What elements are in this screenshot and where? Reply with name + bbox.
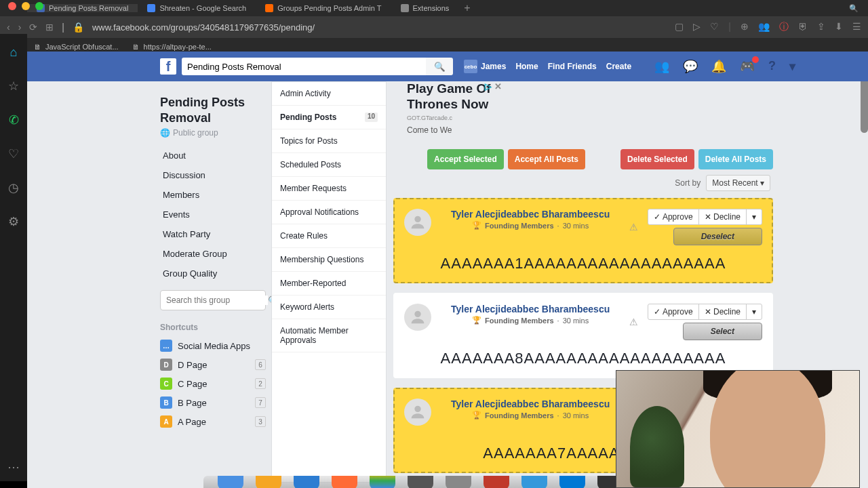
messenger-icon[interactable]: 💬: [683, 59, 698, 74]
ext-icon-3[interactable]: ⓘ: [779, 21, 789, 33]
menu-icon[interactable]: ☰: [852, 21, 861, 33]
new-tab-button[interactable]: +: [464, 2, 470, 14]
avatar[interactable]: [404, 304, 431, 331]
share-icon[interactable]: ⇪: [817, 21, 825, 33]
dropdown-icon[interactable]: ▾: [789, 59, 795, 74]
nav-create[interactable]: Create: [606, 62, 631, 71]
admin-nav-item[interactable]: Scheduled Posts: [272, 153, 386, 177]
group-search[interactable]: 🔍: [160, 290, 266, 310]
fb-search-input[interactable]: [182, 58, 426, 75]
admin-nav-item[interactable]: Approval Notifications: [272, 201, 386, 224]
heart-icon[interactable]: ♡: [6, 146, 21, 161]
play-icon[interactable]: ▷: [693, 21, 701, 33]
mac-dock[interactable]: [203, 476, 637, 488]
admin-nav-item[interactable]: Keyword Alerts: [272, 296, 386, 319]
mac-maximize[interactable]: [35, 2, 43, 10]
post-author[interactable]: Tyler Alecjideabbec Bharambeescu: [438, 209, 623, 220]
warning-icon: ⚠: [629, 317, 638, 327]
ad-block[interactable]: ▷ ✕ Play Game Of Thrones Now GOT.GTarcad…: [407, 81, 502, 169]
group-nav-item[interactable]: Discussion: [160, 165, 266, 185]
whatsapp-icon[interactable]: ✆: [6, 113, 21, 127]
sort-dropdown[interactable]: Most Recent ▾: [706, 175, 770, 191]
ext-icon-4[interactable]: ⛨: [798, 21, 808, 33]
adchoices-icon[interactable]: ▷: [485, 81, 492, 92]
accept-all-button[interactable]: Accept All Posts: [508, 149, 585, 169]
heart-icon[interactable]: ♡: [710, 21, 719, 33]
shortcut-item[interactable]: …Social Media Apps: [160, 336, 266, 355]
ext-icon-1[interactable]: ⊕: [741, 21, 749, 33]
post-author[interactable]: Tyler Alecjideabbec Bharambeescu: [438, 304, 623, 314]
gear-icon[interactable]: ⚙: [6, 214, 21, 229]
bell-icon[interactable]: 🔔: [711, 59, 726, 74]
approve-button[interactable]: ✓ Approve: [648, 304, 698, 319]
browser-tab[interactable]: Pending Posts Removal: [27, 4, 138, 12]
os-sidebar: ⌂ ☆ ✆ ♡ ◷ ⚙ ⋯: [0, 34, 27, 481]
shortcut-item[interactable]: BB Page7: [160, 393, 266, 412]
friends-icon[interactable]: 👥: [654, 59, 669, 74]
browser-tab[interactable]: Extensions: [391, 4, 459, 12]
help-icon[interactable]: ?: [768, 59, 776, 74]
nav-find-friends[interactable]: Find Friends: [548, 62, 597, 71]
pending-post-card: Tyler Alecjideabbec Bharambeescu 🏆Foundi…: [393, 198, 773, 283]
mac-close[interactable]: [8, 2, 16, 10]
more-button[interactable]: ▾: [747, 304, 762, 319]
back-button[interactable]: ‹: [7, 22, 10, 33]
forward-button[interactable]: ›: [18, 22, 22, 33]
ad-close-icon[interactable]: ✕: [494, 81, 502, 92]
admin-nav-item[interactable]: Create Rules: [272, 224, 386, 248]
fb-search-button[interactable]: 🔍: [426, 58, 453, 75]
shortcut-item[interactable]: AA Page3: [160, 412, 266, 431]
group-nav-item[interactable]: Events: [160, 205, 266, 224]
reload-button[interactable]: ⟳: [29, 22, 37, 33]
bookmark-item[interactable]: 🗎JavaScript Obfuscat...: [34, 43, 119, 51]
ext-icon-2[interactable]: 👥: [758, 21, 770, 33]
admin-nav-item[interactable]: Admin Activity: [272, 82, 386, 106]
shortcuts-heading: Shortcuts: [160, 323, 266, 332]
clock-icon[interactable]: ◷: [6, 180, 21, 195]
admin-nav-item[interactable]: Member-Reported: [272, 272, 386, 296]
decline-button[interactable]: ✕ Decline: [699, 304, 747, 319]
download-icon[interactable]: ⬇: [835, 21, 843, 33]
bookmark-item[interactable]: 🗎https://altpay-pe-te...: [132, 43, 212, 51]
camera-icon[interactable]: ▢: [675, 21, 684, 33]
gaming-icon[interactable]: 🎮: [740, 59, 755, 74]
more-icon[interactable]: ⋯: [7, 460, 20, 474]
approve-button[interactable]: ✓ Approve: [648, 209, 698, 224]
admin-nav-item[interactable]: Membership Questions: [272, 248, 386, 272]
home-icon[interactable]: ⌂: [6, 45, 21, 60]
avatar[interactable]: [404, 209, 431, 236]
decline-button[interactable]: ✕ Decline: [699, 209, 747, 224]
delete-selected-button[interactable]: Delete Selected: [620, 149, 694, 169]
nav-home[interactable]: Home: [515, 62, 538, 71]
shortcut-item[interactable]: CC Page2: [160, 374, 266, 393]
profile-link[interactable]: cebo James: [464, 60, 506, 73]
select-button[interactable]: Select: [683, 323, 762, 340]
group-nav-item[interactable]: Group Quality: [160, 264, 266, 283]
url-field[interactable]: www.facebook.com/groups/3405481179677635…: [92, 22, 667, 33]
group-title[interactable]: Pending Posts Removal: [160, 95, 266, 125]
admin-nav-item[interactable]: Pending Posts10: [272, 106, 386, 129]
search-tabs-icon[interactable]: 🔍: [849, 4, 859, 13]
post-author[interactable]: Tyler Alecjideabbec Bharambeescu: [438, 399, 623, 409]
group-nav-item[interactable]: About: [160, 146, 266, 165]
mac-minimize[interactable]: [22, 2, 30, 10]
group-nav-item[interactable]: Members: [160, 185, 266, 205]
admin-nav-item[interactable]: Topics for Posts: [272, 129, 386, 153]
more-button[interactable]: ▾: [747, 209, 762, 224]
admin-nav-item[interactable]: Member Requests: [272, 177, 386, 201]
sort-label: Sort by: [675, 178, 701, 188]
star-icon[interactable]: ☆: [6, 79, 21, 94]
fb-logo[interactable]: f: [160, 58, 176, 75]
browser-tab[interactable]: Shreaten - Google Search: [138, 4, 256, 12]
delete-all-button[interactable]: Delete All Posts: [698, 149, 773, 169]
admin-nav-item[interactable]: Automatic Member Approvals: [272, 319, 386, 352]
apps-icon[interactable]: ⊞: [45, 22, 54, 33]
avatar[interactable]: [404, 399, 431, 426]
browser-tab[interactable]: Groups Pending Posts Admin T: [256, 4, 391, 12]
group-search-input[interactable]: [166, 296, 268, 305]
group-nav-item[interactable]: Watch Party: [160, 224, 266, 244]
group-nav-item[interactable]: Moderate Group: [160, 244, 266, 264]
webcam-overlay: [616, 370, 860, 488]
deselect-button[interactable]: Deselect: [673, 228, 762, 245]
shortcut-item[interactable]: DD Page6: [160, 355, 266, 374]
